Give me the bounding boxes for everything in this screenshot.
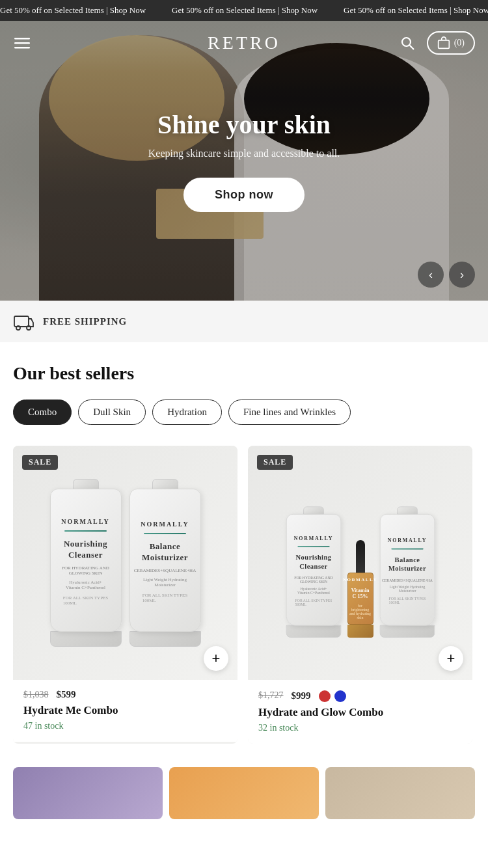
svg-rect-6 bbox=[14, 316, 29, 327]
dropper-base bbox=[347, 625, 373, 638]
bottle-4: NORMALLY BalanceMoisturizer CERAMIDES+SQ… bbox=[379, 506, 434, 638]
svg-point-7 bbox=[16, 326, 20, 330]
product-image-2: NORMALLY NourishingCleanser FOR HYDRATIN… bbox=[248, 446, 472, 680]
bottle-line-4 bbox=[391, 548, 424, 549]
filter-tabs: Combo Dull Skin Hydration Fine lines and… bbox=[13, 400, 475, 427]
product-prices-1: $1,038 $599 bbox=[23, 689, 227, 700]
bestsellers-section: Our best sellers Combo Dull Skin Hydrati… bbox=[0, 342, 488, 767]
announcement-text-1: Get 50% off on Selected Items | Shop Now bbox=[0, 5, 146, 16]
product-grid: SALE NORMALLY NourishingCleanser FOR HYD… bbox=[13, 446, 475, 757]
header-right: (0) bbox=[398, 31, 475, 55]
dropper-brand: NORMALLY bbox=[342, 576, 379, 584]
svg-rect-1 bbox=[14, 42, 30, 44]
hero-next-button[interactable]: › bbox=[449, 262, 475, 288]
bottle-body-3: NORMALLY NourishingCleanser FOR HYDRATIN… bbox=[286, 513, 340, 625]
color-dot-red[interactable] bbox=[319, 690, 331, 702]
category-preview bbox=[0, 767, 488, 832]
bottle-brand-3: NORMALLY bbox=[290, 533, 336, 544]
bottle-body-2: NORMALLY BalanceMoisturizer CERAMIDES+SQ… bbox=[129, 489, 201, 632]
product-card-1: SALE NORMALLY NourishingCleanser FOR HYD… bbox=[13, 446, 237, 744]
search-icon[interactable] bbox=[398, 34, 416, 52]
bottle-group-2: NORMALLY NourishingCleanser FOR HYDRATIN… bbox=[269, 476, 452, 651]
product-info-2: $1,727 $999 Hydrate and Glow Combo 32 in… bbox=[248, 680, 472, 744]
category-card-1[interactable] bbox=[13, 767, 163, 819]
hero-section: RETRO (0) bbox=[0, 21, 488, 301]
svg-rect-5 bbox=[438, 40, 449, 49]
bottle-sub-2: CERAMIDES+SQUALENE+HA bbox=[131, 568, 198, 573]
product-name-2: Hydrate and Glow Combo bbox=[258, 706, 462, 719]
filter-tab-fine-lines[interactable]: Fine lines and Wrinkles bbox=[228, 400, 351, 425]
cart-button[interactable]: (0) bbox=[427, 31, 475, 55]
hero-content: Shine your skin Keeping skincare simple … bbox=[122, 109, 366, 212]
filter-tab-dull-skin[interactable]: Dull Skin bbox=[78, 400, 146, 425]
bottle-cap-3 bbox=[303, 506, 324, 514]
bottle-desc-2: Light Weight HydratingMoisturizer bbox=[141, 577, 189, 588]
filter-tab-combo[interactable]: Combo bbox=[13, 400, 72, 425]
svg-rect-0 bbox=[14, 38, 30, 40]
dropper-product-name: Vitamin C 15% bbox=[348, 586, 373, 601]
bottle-product-name-2: BalanceMoisturizer bbox=[138, 539, 192, 566]
svg-point-8 bbox=[27, 326, 31, 330]
dropper-bottle: NORMALLY Vitamin C 15% for brighteningan… bbox=[347, 540, 373, 638]
bottle-product-name-1: NourishingCleanser bbox=[60, 536, 111, 563]
hero-subtitle: Keeping skincare simple and accessible t… bbox=[148, 148, 340, 159]
svg-point-3 bbox=[402, 38, 411, 46]
bottle-line-1 bbox=[64, 530, 107, 532]
announcement-text-2: Get 50% off on Selected Items | Shop Now bbox=[172, 5, 318, 16]
bottle-line-3 bbox=[297, 546, 330, 547]
sale-badge-2: SALE bbox=[257, 455, 293, 470]
bottle-brand-2: NORMALLY bbox=[137, 517, 193, 531]
product-stock-2: 32 in stock bbox=[258, 723, 462, 733]
bottle-ingredients-3: Hyaluronic Acid+Vitamin C+Panthenol bbox=[295, 587, 332, 595]
announcement-text-3: Get 50% off on Selected Items | Shop Now bbox=[344, 5, 488, 16]
original-price-2: $1,727 bbox=[258, 690, 284, 701]
sale-price-2: $999 bbox=[291, 690, 311, 701]
product-stock-1: 47 in stock bbox=[23, 721, 227, 731]
product-image-1: NORMALLY NourishingCleanser FOR HYDRATIN… bbox=[13, 446, 237, 680]
bottle-body-4: NORMALLY BalanceMoisturizer CERAMIDES+SQ… bbox=[379, 513, 434, 625]
category-card-2[interactable] bbox=[169, 767, 319, 819]
dropper-desc: for brighteningand hydrating skin bbox=[348, 603, 373, 621]
bottle-sub-3: FOR HYDRATING AND GLOWING SKIN bbox=[286, 576, 340, 584]
bottle-product-name-3: NourishingCleanser bbox=[292, 551, 334, 573]
site-logo[interactable]: RETRO bbox=[208, 33, 280, 53]
hero-navigation: ‹ › bbox=[418, 262, 475, 288]
hero-prev-button[interactable]: ‹ bbox=[418, 262, 444, 288]
product-name-1: Hydrate Me Combo bbox=[23, 704, 227, 717]
bottle-sub-4: CERAMIDES+SQUALENE+HA bbox=[379, 578, 434, 582]
header: RETRO (0) bbox=[0, 21, 488, 65]
bottle-cap-2 bbox=[152, 479, 178, 489]
cart-count: (0) bbox=[454, 38, 465, 48]
bottle-desc-4: Light Weight HydratingMoisturizer bbox=[387, 584, 427, 592]
dropper-body: NORMALLY Vitamin C 15% for brighteningan… bbox=[347, 573, 373, 625]
bottle-1: NORMALLY NourishingCleanser FOR HYDRATIN… bbox=[50, 479, 122, 647]
product-info-1: $1,038 $599 Hydrate Me Combo 47 in stock bbox=[13, 680, 237, 742]
original-price-1: $1,038 bbox=[23, 690, 49, 700]
svg-rect-2 bbox=[14, 47, 30, 49]
add-to-cart-button-2[interactable]: + bbox=[439, 646, 463, 671]
filter-tab-hydration[interactable]: Hydration bbox=[152, 400, 222, 425]
add-to-cart-button-1[interactable]: + bbox=[204, 646, 228, 671]
announcement-bar: Get 50% off on Selected Items | Shop Now… bbox=[0, 0, 488, 21]
bottle-brand-4: NORMALLY bbox=[384, 535, 430, 546]
sale-badge-1: SALE bbox=[22, 455, 58, 470]
bottle-cap-4 bbox=[397, 506, 418, 514]
bottle-body-1: NORMALLY NourishingCleanser FOR HYDRATIN… bbox=[50, 489, 122, 632]
bottle-base-3 bbox=[286, 625, 340, 637]
bottle-base-4 bbox=[379, 625, 434, 637]
bottle-volume-1: FOR ALL SKIN TYPES100ML bbox=[63, 595, 108, 606]
dropper-top bbox=[356, 540, 365, 573]
svg-line-4 bbox=[409, 46, 414, 50]
product-card-2: SALE NORMALLY NourishingCleanser FOR HYD… bbox=[248, 446, 472, 744]
free-shipping-banner: FREE SHIPPING bbox=[0, 301, 488, 342]
menu-icon[interactable] bbox=[13, 34, 31, 52]
color-dot-blue[interactable] bbox=[334, 690, 346, 702]
shop-now-button[interactable]: Shop now bbox=[183, 178, 305, 212]
header-left bbox=[13, 34, 31, 52]
bottle-volume-3: FOR ALL SKIN TYPES500ML bbox=[295, 598, 332, 606]
bottle-volume-4: FOR ALL SKIN TYPES100ML bbox=[388, 596, 426, 604]
bottle-product-name-4: BalanceMoisturizer bbox=[385, 553, 429, 575]
bottle-cap-1 bbox=[73, 479, 99, 489]
shipping-label: FREE SHIPPING bbox=[43, 316, 127, 327]
category-card-3[interactable] bbox=[325, 767, 475, 819]
